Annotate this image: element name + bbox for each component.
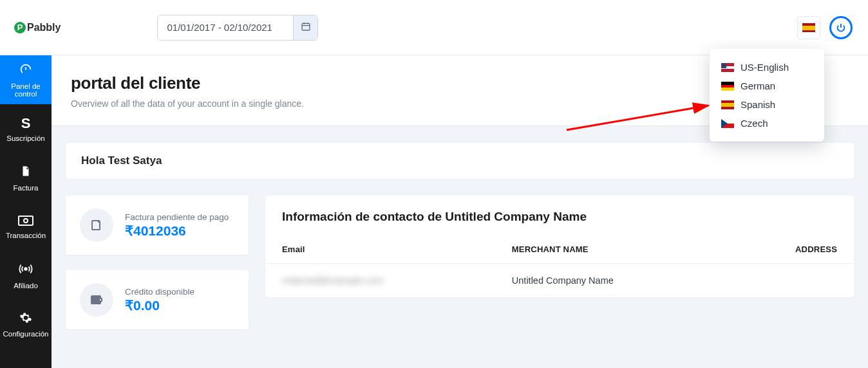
broadcast-icon: [19, 262, 33, 279]
sidebar-item-label: Configuración: [3, 330, 49, 338]
lang-option-label: US-English: [741, 62, 789, 73]
stats-column: Factura pendiente de pago ₹4012036 Crédi…: [66, 196, 249, 329]
power-icon: [836, 23, 846, 33]
brand-name: Pabbly: [27, 22, 61, 33]
stat-value: ₹4012036: [125, 223, 229, 239]
calendar-icon: [301, 21, 311, 33]
contact-info-panel: Información de contacto de Untitled Comp…: [265, 196, 854, 297]
language-flag-button[interactable]: [797, 16, 820, 39]
sidebar: Panel de controlSSuscripciónFacturaTrans…: [0, 55, 52, 368]
stat-value: ₹0.00: [125, 298, 194, 313]
gauge-icon: [19, 62, 33, 80]
power-button[interactable]: [829, 16, 853, 39]
svg-rect-1: [19, 216, 33, 225]
gear-icon: [19, 311, 32, 327]
sidebar-item-label: Panel de control: [2, 82, 50, 98]
contact-table: Email MERCHANT NAME ADDRESS redacted@exa…: [265, 235, 854, 297]
greeting-card: Hola Test Satya: [66, 143, 854, 179]
sidebar-item-label: Factura: [14, 184, 39, 192]
svg-point-3: [24, 268, 27, 270]
col-email: Email: [265, 235, 495, 264]
date-picker-button[interactable]: [293, 15, 317, 40]
brand-mark-icon: P: [14, 22, 26, 33]
wallet-icon: [80, 283, 113, 317]
sidebar-item-configuración[interactable]: Configuración: [0, 300, 52, 349]
flag-de-icon: [721, 82, 734, 91]
sidebar-item-transacción[interactable]: Transacción: [0, 202, 52, 251]
lang-option-label: German: [741, 80, 775, 91]
lang-option-label: Czech: [741, 118, 768, 129]
s-letter-icon: S: [21, 115, 31, 132]
brand-logo: P Pabbly: [14, 22, 61, 33]
sidebar-item-suscripción[interactable]: SSuscripción: [0, 104, 52, 153]
stat-label: Factura pendiente de pago: [125, 212, 229, 222]
lang-option-cz[interactable]: Czech: [710, 114, 824, 133]
lang-option-de[interactable]: German: [710, 77, 824, 95]
flag-cz-icon: [721, 119, 734, 128]
stat-label: Crédito disponible: [125, 287, 194, 297]
lang-option-es[interactable]: Spanish: [710, 95, 824, 114]
lang-option-us[interactable]: US-English: [710, 58, 824, 77]
file-icon: [20, 164, 32, 181]
date-range-input[interactable]: [158, 15, 293, 40]
flag-us-icon: [721, 63, 734, 72]
merchant-name-value: Untitled Company Name: [495, 264, 726, 298]
stat-unpaid-invoice: Factura pendiente de pago ₹4012036: [66, 196, 249, 255]
table-row: redacted@example.com Untitled Company Na…: [265, 264, 854, 298]
lang-option-label: Spanish: [741, 99, 775, 110]
sidebar-item-panel-de-control[interactable]: Panel de control: [0, 55, 52, 104]
sidebar-item-afiliado[interactable]: Afiliado: [0, 251, 52, 300]
topbar: P Pabbly: [0, 0, 868, 55]
panel-title: Información de contacto de Untitled Comp…: [265, 196, 854, 235]
sidebar-item-label: Suscripción: [6, 134, 44, 142]
date-range-group: [157, 15, 318, 41]
content-grid: Hola Test Satya Factura pendiente de pag…: [52, 126, 868, 346]
topbar-right: [797, 16, 853, 39]
col-merchant: MERCHANT NAME: [495, 235, 726, 264]
email-redacted: redacted@example.com: [282, 275, 383, 286]
language-dropdown: US-EnglishGermanSpanishCzech: [710, 49, 824, 142]
flag-es-icon: [721, 100, 734, 109]
flag-es-icon: [802, 23, 815, 32]
sidebar-item-factura[interactable]: Factura: [0, 153, 52, 202]
money-icon: [18, 214, 33, 229]
svg-rect-0: [302, 23, 310, 30]
stat-available-credit: Crédito disponible ₹0.00: [66, 270, 249, 329]
invoice-icon: [80, 208, 113, 242]
svg-point-2: [24, 219, 28, 223]
col-address: ADDRESS: [726, 235, 854, 264]
sidebar-item-label: Afiliado: [14, 282, 38, 290]
sidebar-item-label: Transacción: [6, 232, 46, 239]
address-value: [726, 264, 854, 298]
